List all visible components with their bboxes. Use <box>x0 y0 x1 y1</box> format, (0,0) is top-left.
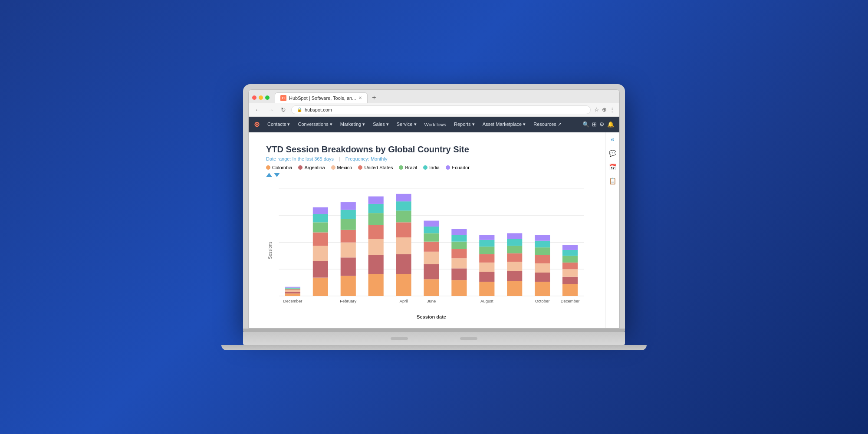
tasks-icon[interactable]: 📋 <box>609 178 616 184</box>
bar-segment[interactable] <box>451 280 467 296</box>
bar-segment[interactable] <box>285 292 300 293</box>
forward-button[interactable]: → <box>266 105 276 114</box>
sort-ascending-button[interactable] <box>266 173 272 177</box>
bar-segment[interactable] <box>341 276 356 296</box>
nav-service[interactable]: Service ▾ <box>393 120 420 129</box>
bar-segment[interactable] <box>479 235 494 240</box>
bar-segment[interactable] <box>535 235 550 240</box>
bar-segment[interactable] <box>341 257 356 276</box>
bar-segment[interactable] <box>535 240 550 247</box>
bar-segment[interactable] <box>451 241 467 249</box>
bar-segment[interactable] <box>396 222 411 237</box>
bar-segment[interactable] <box>562 256 578 262</box>
nav-marketing[interactable]: Marketing ▾ <box>337 120 368 129</box>
nav-resources[interactable]: Resources ↗ <box>530 120 565 129</box>
nav-sales[interactable]: Sales ▾ <box>369 120 392 129</box>
notifications-icon[interactable]: 🔔 <box>607 121 614 128</box>
bar-segment[interactable] <box>368 225 384 239</box>
grid-icon[interactable]: ⊞ <box>592 121 597 128</box>
new-tab-button[interactable]: + <box>369 93 378 102</box>
bar-segment[interactable] <box>396 274 411 296</box>
bar-segment[interactable] <box>313 214 328 222</box>
extensions-icon[interactable]: ⊕ <box>602 106 607 113</box>
bar-segment[interactable] <box>424 279 439 296</box>
bar-segment[interactable] <box>341 219 356 230</box>
bar-segment[interactable] <box>562 250 578 255</box>
search-icon[interactable]: 🔍 <box>582 121 589 128</box>
bar-segment[interactable] <box>313 277 328 296</box>
bar-segment[interactable] <box>562 276 578 284</box>
address-input[interactable]: 🔒 hubspot.com <box>291 105 591 114</box>
settings-icon[interactable]: ⚙ <box>599 121 605 128</box>
bar-segment[interactable] <box>424 241 439 251</box>
bar-segment[interactable] <box>562 245 578 250</box>
bar-segment[interactable] <box>535 255 550 263</box>
nav-contacts[interactable]: Contacts ▾ <box>264 120 293 129</box>
bar-segment[interactable] <box>507 233 522 239</box>
bookmark-icon[interactable]: ☆ <box>594 106 599 113</box>
bar-segment[interactable] <box>562 284 578 296</box>
back-button[interactable]: ← <box>253 105 263 114</box>
bar-segment[interactable] <box>285 288 300 289</box>
bar-segment[interactable] <box>285 289 300 290</box>
bar-segment[interactable] <box>313 261 328 278</box>
bar-segment[interactable] <box>313 246 328 261</box>
bar-segment[interactable] <box>507 261 522 270</box>
bar-segment[interactable] <box>341 202 356 210</box>
bar-segment[interactable] <box>285 293 300 296</box>
bar-segment[interactable] <box>368 196 384 204</box>
bar-segment[interactable] <box>396 201 411 210</box>
bar-segment[interactable] <box>479 240 494 246</box>
bar-segment[interactable] <box>285 286 300 287</box>
bar-segment[interactable] <box>479 262 494 271</box>
bar-segment[interactable] <box>535 247 550 255</box>
bar-segment[interactable] <box>424 251 439 264</box>
bar-segment[interactable] <box>507 239 522 245</box>
bar-segment[interactable] <box>368 255 384 274</box>
menu-icon[interactable]: ⋮ <box>609 106 615 113</box>
browser-tab-active[interactable]: H HubSpot | Software, Tools, an... ✕ <box>275 92 368 103</box>
bar-segment[interactable] <box>562 269 578 276</box>
chat-icon[interactable]: 💬 <box>609 150 616 157</box>
nav-conversations[interactable]: Conversations ▾ <box>294 120 335 129</box>
reload-button[interactable]: ↻ <box>279 105 288 114</box>
date-range-label[interactable]: Date range: In the last 365 days <box>266 156 334 161</box>
bar-segment[interactable] <box>451 229 467 234</box>
bar-segment[interactable] <box>285 287 300 288</box>
nav-workflows[interactable]: Workflows <box>421 120 450 129</box>
bar-segment[interactable] <box>479 272 494 282</box>
bar-segment[interactable] <box>451 268 467 280</box>
bar-segment[interactable] <box>479 282 494 296</box>
bar-segment[interactable] <box>424 226 439 233</box>
bar-segment[interactable] <box>368 274 384 296</box>
bar-segment[interactable] <box>368 239 384 255</box>
dot-green[interactable] <box>265 95 270 100</box>
nav-asset-marketplace[interactable]: Asset Marketplace ▾ <box>479 120 529 129</box>
bar-segment[interactable] <box>396 254 411 274</box>
bar-segment[interactable] <box>535 273 550 282</box>
nav-reports[interactable]: Reports ▾ <box>450 120 478 129</box>
dot-yellow[interactable] <box>259 95 263 100</box>
bar-segment[interactable] <box>562 262 578 269</box>
bar-segment[interactable] <box>341 230 356 242</box>
bar-segment[interactable] <box>451 249 467 258</box>
frequency-label[interactable]: Frequency: Monthly <box>345 156 388 161</box>
bar-segment[interactable] <box>507 271 522 281</box>
collapse-icon[interactable]: « <box>611 136 615 143</box>
bar-segment[interactable] <box>424 233 439 241</box>
bar-segment[interactable] <box>451 235 467 241</box>
tab-close-button[interactable]: ✕ <box>358 95 362 100</box>
bar-segment[interactable] <box>424 264 439 279</box>
bar-segment[interactable] <box>341 242 356 257</box>
bar-segment[interactable] <box>479 247 494 254</box>
bar-segment[interactable] <box>396 210 411 222</box>
dot-red[interactable] <box>252 95 256 100</box>
bar-segment[interactable] <box>396 194 411 201</box>
bar-segment[interactable] <box>507 246 522 253</box>
bar-segment[interactable] <box>313 207 328 214</box>
bar-segment[interactable] <box>451 258 467 268</box>
bar-segment[interactable] <box>535 282 550 296</box>
bar-segment[interactable] <box>479 254 494 262</box>
calendar-icon[interactable]: 📅 <box>609 164 616 171</box>
bar-segment[interactable] <box>424 220 439 226</box>
